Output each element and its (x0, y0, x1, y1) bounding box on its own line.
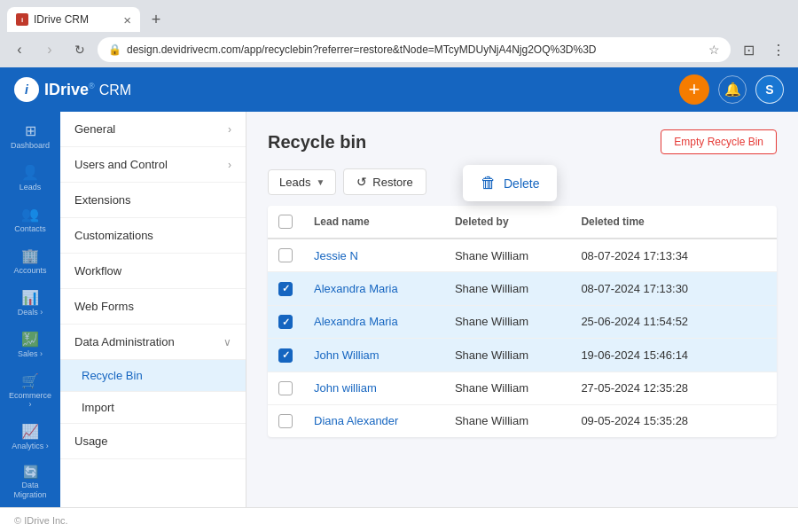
sidebar-item-contacts[interactable]: 👥 Contacts (4, 199, 57, 240)
table-row: John williamShane William27-05-2024 12:3… (268, 372, 777, 404)
content-area: Recycle bin Empty Recycle Bin Leads ▼ ↺ … (246, 112, 798, 507)
accounts-icon: 🏢 (21, 247, 39, 264)
sidebar-item-data-migration[interactable]: 🔄 Data Migration (4, 458, 57, 507)
deleted-time-cell: 09-05-2024 15:35:28 (570, 404, 741, 437)
analytics-icon: 📈 (21, 423, 39, 440)
delete-popup[interactable]: 🗑 Delete (463, 165, 557, 201)
header-logo: i IDrive® CRM (14, 77, 131, 102)
leads-dropdown-label: Leads (279, 176, 310, 189)
deleted-by-cell: Shane William (444, 404, 571, 437)
bookmark-icon[interactable]: ☆ (708, 43, 720, 57)
dropdown-arrow-icon: ▼ (316, 177, 325, 187)
sidebar-menu-users-control[interactable]: Users and Control › (60, 147, 246, 183)
sidebar-menu-general[interactable]: General › (60, 112, 246, 147)
deleted-by-cell: Shane William (444, 305, 571, 339)
deleted-time-cell: 08-07-2024 17:13:30 (570, 272, 741, 306)
sidebar-menu-workflow[interactable]: Workflow (60, 254, 246, 289)
restore-label: Restore (372, 176, 413, 189)
empty-recycle-bin-button[interactable]: Empty Recycle Bin (661, 129, 777, 154)
top-header: i IDrive® CRM + 🔔 S (0, 67, 798, 112)
delete-trash-icon: 🗑 (481, 174, 497, 192)
tab-close-icon[interactable]: × (123, 13, 131, 27)
reload-button[interactable]: ↻ (67, 37, 92, 62)
active-tab[interactable]: i IDrive CRM × (7, 7, 140, 32)
address-bar[interactable]: 🔒 design.devidrivecm.com/app/recyclebin?… (98, 37, 731, 62)
deleted-by-cell: Shane William (444, 372, 571, 404)
deals-label: Deals › (18, 308, 43, 317)
sidebar-item-dashboard[interactable]: ⊞ Dashboard (4, 115, 57, 157)
sales-label: Sales › (18, 349, 43, 358)
ecommerce-label: Ecommerce › (7, 391, 53, 409)
new-tab-button[interactable]: + (144, 7, 168, 32)
back-button[interactable]: ‹ (7, 37, 32, 62)
sidebar-item-ecommerce[interactable]: 🛒 Ecommerce › (4, 365, 57, 416)
restore-button[interactable]: ↺ Restore (343, 168, 426, 195)
sidebar-submenu-recycle-bin[interactable]: Recycle Bin (60, 360, 246, 392)
url-text: design.devidrivecm.com/app/recyclebin?re… (127, 43, 703, 56)
extensions-button[interactable]: ⊡ (736, 37, 761, 62)
data-table: Lead name Deleted by Deleted time Jessie… (268, 206, 777, 437)
browser-toolbar: ‹ › ↻ 🔒 design.devidrivecm.com/app/recyc… (0, 32, 798, 67)
sidebar-item-deals[interactable]: 📊 Deals › (4, 282, 57, 324)
lead-name-link[interactable]: Alexandra Maria (314, 315, 398, 328)
col-deleted-time-header: Deleted time (570, 206, 741, 239)
chevron-right-icon-2: › (228, 159, 231, 171)
header-checkbox[interactable] (278, 215, 293, 229)
lead-name-link[interactable]: Diana Alexander (314, 414, 398, 427)
sidebar-item-leads[interactable]: 👤 Leads (4, 157, 57, 199)
deleted-time-cell: 19-06-2024 15:46:14 (570, 339, 741, 372)
sidebar-submenu-import[interactable]: Import (60, 392, 246, 424)
lead-name-link[interactable]: Jessie N (314, 249, 358, 262)
footer: © IDrive Inc. (0, 507, 798, 532)
sidebar-item-accounts[interactable]: 🏢 Accounts (4, 240, 57, 282)
lead-name-link[interactable]: John William (314, 348, 379, 362)
deleted-by-cell: Shane William (444, 272, 571, 306)
lead-name-link[interactable]: John william (314, 381, 377, 395)
sidebar-item-sales[interactable]: 💹 Sales › (4, 324, 57, 365)
row-checkbox[interactable]: ✓ (278, 282, 293, 296)
footer-text: © IDrive Inc. (14, 515, 68, 526)
forward-button[interactable]: › (37, 37, 62, 62)
table-row: ✓John WilliamShane William19-06-2024 15:… (268, 339, 777, 372)
sidebar-menu-data-administration[interactable]: Data Administration ∨ (60, 325, 246, 360)
row-checkbox[interactable] (278, 414, 293, 428)
header-actions: + 🔔 S (679, 74, 784, 105)
data-migration-icon: 🔄 (23, 465, 38, 479)
dashboard-label: Dashboard (11, 141, 50, 150)
add-button[interactable]: + (679, 74, 709, 105)
deleted-time-cell: 27-05-2024 12:35:28 (570, 372, 741, 404)
tab-title: IDrive CRM (34, 13, 114, 26)
sidebar-menu-usage[interactable]: Usage (60, 424, 246, 459)
tab-bar: i IDrive CRM × + (0, 0, 798, 32)
logo-icon: i (14, 77, 39, 102)
table-row: ✓Alexandra MariaShane William08-07-2024 … (268, 272, 777, 306)
notifications-button[interactable]: 🔔 (718, 75, 747, 104)
leads-icon: 👤 (21, 164, 39, 181)
row-checkbox[interactable]: ✓ (278, 315, 293, 329)
row-checkbox[interactable]: ✓ (278, 348, 293, 363)
accounts-label: Accounts (13, 266, 46, 275)
main-area: ⊞ Dashboard 👤 Leads 👥 Contacts 🏢 Account… (0, 112, 798, 507)
menu-button[interactable]: ⋮ (766, 37, 791, 62)
row-checkbox[interactable] (278, 381, 293, 395)
chevron-right-icon: › (228, 123, 231, 136)
browser-window: i IDrive CRM × + ‹ › ↻ 🔒 design.devidriv… (0, 0, 798, 67)
tab-favicon: i (16, 13, 28, 26)
row-checkbox[interactable] (278, 248, 293, 262)
deleted-by-cell: Shane William (444, 239, 571, 272)
sidebar-menu-customizations[interactable]: Customizations (60, 218, 246, 254)
table-row: Jessie NShane William08-07-2024 17:13:34 (268, 239, 777, 272)
sidebar-item-analytics[interactable]: 📈 Analytics › (4, 416, 57, 458)
col-deleted-by-header: Deleted by (444, 206, 571, 239)
user-avatar-button[interactable]: S (755, 75, 784, 104)
sales-icon: 💹 (21, 331, 39, 348)
content-inner: Recycle bin Empty Recycle Bin Leads ▼ ↺ … (246, 112, 798, 455)
deleted-by-cell: Shane William (444, 339, 571, 372)
sidebar-menu-web-forms[interactable]: Web Forms (60, 289, 246, 325)
sidebar-menu-extensions[interactable]: Extensions (60, 183, 246, 218)
lead-name-link[interactable]: Alexandra Maria (314, 282, 398, 295)
restore-icon: ↺ (356, 175, 367, 189)
app: i IDrive® CRM + 🔔 S ⊞ Dashboard 👤 Leads … (0, 67, 798, 532)
leads-dropdown[interactable]: Leads ▼ (268, 169, 336, 195)
page-title: Recycle bin (268, 132, 366, 153)
